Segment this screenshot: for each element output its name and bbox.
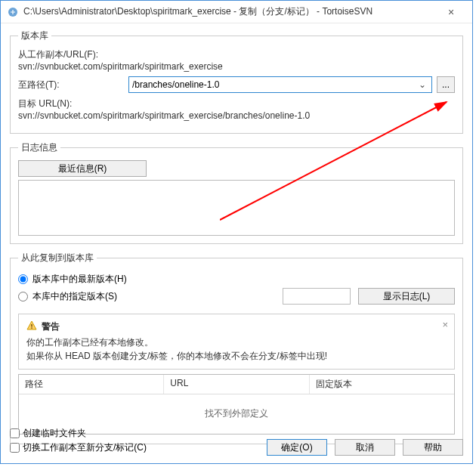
recent-messages-button[interactable]: 最近信息(R) [18,160,147,177]
warning-icon [26,320,37,333]
target-url-label: 目标 URL(N): [18,97,455,110]
warning-text-2: 如果你从 HEAD 版本创建分支/标签，你的本地修改不会在分支/标签中出现! [26,349,447,363]
switch-wc-checkbox[interactable] [10,443,20,453]
titlebar: C:\Users\Administrator\Desktop\spiritmar… [1,1,472,23]
chevron-down-icon[interactable]: ⌄ [416,79,428,90]
main-window: C:\Users\Administrator\Desktop\spiritmar… [0,0,473,464]
show-log-button[interactable]: 显示日志(L) [358,288,455,305]
warning-title: 警告 [42,320,60,333]
specific-revision-radio[interactable] [18,292,28,302]
col-path[interactable]: 路径 [19,375,164,394]
copy-from-legend: 从此复制到版本库 [18,252,97,264]
footer: 创建临时文件夹 切换工作副本至新分支/标记(C) 确定(O) 取消 帮助 [10,425,463,456]
from-url-value: svn://svnbucket.com/spiritmark/spiritmar… [18,61,455,72]
repository-legend: 版本库 [18,29,51,42]
window-title: C:\Users\Administrator\Desktop\spiritmar… [23,5,436,18]
warning-text-1: 你的工作副本已经有本地修改。 [26,336,447,349]
ok-button[interactable]: 确定(O) [267,439,327,456]
content-area: 版本库 从工作副本/URL(F): svn://svnbucket.com/sp… [1,23,472,459]
col-rev[interactable]: 固定版本 [310,375,454,394]
specific-revision-label: 本库中的指定版本(S) [32,290,117,303]
head-revision-label: 版本库中的最新版本(H) [32,273,127,286]
log-message-group: 日志信息 最近信息(R) [10,141,463,244]
copy-from-group: 从此复制到版本库 版本库中的最新版本(H) 本库中的指定版本(S) 显示日志(L… [10,252,463,444]
repository-group: 版本库 从工作副本/URL(F): svn://svnbucket.com/sp… [10,29,463,134]
from-url-label: 从工作副本/URL(F): [18,48,455,61]
create-temp-checkbox[interactable] [10,428,20,438]
warning-box: × 警告 你的工作副本已经有本地修改。 如果你从 HEAD 版本创建分支/标签，… [18,314,455,370]
to-path-label: 至路径(T): [18,79,124,91]
window-close-button[interactable]: × [436,6,466,18]
cancel-button[interactable]: 取消 [335,439,395,456]
to-path-combo[interactable]: ⌄ [128,76,432,93]
head-revision-radio[interactable] [18,274,28,284]
col-url[interactable]: URL [164,375,309,394]
log-message-textarea[interactable] [18,180,455,236]
svg-rect-2 [31,327,32,328]
switch-wc-label: 切换工作副本至新分支/标记(C) [23,441,147,454]
log-message-legend: 日志信息 [18,141,60,154]
app-icon [7,6,19,18]
to-path-input[interactable] [132,79,416,90]
help-button[interactable]: 帮助 [403,439,463,456]
create-temp-label: 创建临时文件夹 [23,427,86,440]
browse-button[interactable]: ... [437,76,455,93]
specific-revision-input[interactable] [283,288,351,305]
warning-close-button[interactable]: × [442,319,448,330]
target-url-value: svn://svnbucket.com/spiritmark/spiritmar… [18,110,455,121]
svg-rect-1 [31,324,32,327]
